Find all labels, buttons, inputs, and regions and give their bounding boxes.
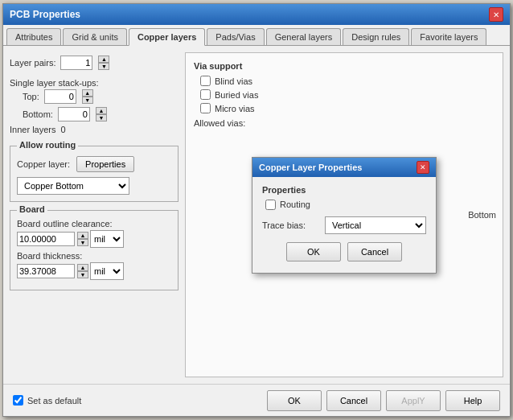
inner-value: 0 (60, 125, 65, 134)
layer-pairs-down[interactable]: ▼ (98, 63, 109, 70)
modal-close-button[interactable]: ✕ (417, 161, 429, 174)
board-outline-up[interactable]: ▲ (77, 232, 88, 239)
single-stack-section: Single layer stack-ups: Top: ▲ ▼ Bottom: (10, 78, 179, 138)
bottom-row: Bottom: ▲ ▼ (23, 107, 179, 121)
modal-cancel-button[interactable]: Cancel (347, 242, 402, 261)
board-outline-unit[interactable]: mil mm (90, 230, 124, 248)
set-default-row: Set as default (13, 395, 262, 406)
modal-title-bar: Copper Layer Properties ✕ (252, 158, 436, 177)
layer-pairs-up[interactable]: ▲ (98, 56, 109, 63)
modal-ok-button[interactable]: OK (286, 242, 341, 261)
board-thickness-up[interactable]: ▲ (77, 264, 88, 271)
right-panel: Via support Blind vias Buried vias Micro… (185, 52, 503, 377)
ok-button[interactable]: OK (267, 390, 322, 411)
window-title: PCB Properties (10, 9, 80, 20)
trace-bias-label: Trace bias: (262, 220, 318, 230)
top-up[interactable]: ▲ (82, 89, 93, 97)
bottom-down[interactable]: ▼ (96, 114, 107, 121)
modal-content: Properties Routing Trace bias: Vertical … (252, 177, 436, 273)
copper-layer-row: Copper layer: Properties (17, 156, 171, 172)
inner-layers-row: Inner layers 0 (10, 125, 179, 134)
bottom-spinner: ▲ ▼ (96, 107, 107, 121)
top-spinner: ▲ ▼ (82, 89, 93, 104)
board-outline-row: ▲ ▼ mil mm (17, 230, 171, 248)
board-thickness-spinner: ▲ ▼ (77, 264, 88, 278)
layer-pairs-spinner: ▲ ▼ (98, 56, 109, 70)
board-outline-down[interactable]: ▼ (77, 239, 88, 246)
board-outline-label: Board outline clearance: (17, 219, 171, 229)
left-panel: Layer pairs: ▲ ▼ Single layer stack-ups:… (10, 52, 179, 377)
top-label: Top: (23, 92, 39, 101)
routing-row: Routing (262, 200, 426, 210)
modal-section-label: Properties (262, 185, 426, 195)
top-input[interactable] (44, 89, 76, 104)
bottom-input[interactable] (58, 107, 90, 121)
set-as-default-checkbox[interactable] (13, 395, 23, 406)
board-label: Board (17, 204, 47, 214)
layer-pairs-row: Layer pairs: ▲ ▼ (10, 56, 179, 70)
inner-label: Inner layers (10, 125, 55, 134)
content-area: Layer pairs: ▲ ▼ Single layer stack-ups:… (3, 46, 510, 384)
title-bar: PCB Properties ✕ (3, 4, 510, 25)
apply-button[interactable]: ApplY (386, 390, 441, 411)
modal-title: Copper Layer Properties (259, 163, 362, 172)
bottom-label: Bottom: (23, 109, 53, 119)
board-thickness-input[interactable] (17, 264, 75, 278)
bottom-up[interactable]: ▲ (96, 107, 107, 114)
allow-routing-group: Allow routing Copper layer: Properties C… (10, 146, 179, 202)
bottom-bar: Set as default OK Cancel ApplY Help (3, 384, 510, 416)
top-row: Top: ▲ ▼ (23, 89, 179, 104)
layer-pairs-label: Layer pairs: (10, 58, 55, 68)
board-thickness-unit[interactable]: mil mm (90, 262, 124, 280)
copper-layer-label: Copper layer: (17, 159, 70, 169)
board-thickness-row: ▲ ▼ mil mm (17, 262, 171, 280)
single-stack-label: Single layer stack-ups: (10, 78, 179, 88)
tab-design-rules[interactable]: Design rules (343, 28, 409, 45)
properties-button[interactable]: Properties (76, 156, 134, 172)
routing-label: Routing (280, 200, 310, 209)
copper-layer-dropdown[interactable]: Copper Bottom Copper Top (17, 177, 129, 195)
tab-bar: Attributes Grid & units Copper layers Pa… (3, 25, 510, 46)
modal-buttons: OK Cancel (262, 242, 426, 265)
tab-attributes[interactable]: Attributes (6, 28, 61, 45)
layer-pairs-input[interactable] (60, 56, 92, 70)
help-button[interactable]: Help (445, 390, 500, 411)
modal-overlay: Copper Layer Properties ✕ Properties Rou… (186, 53, 503, 377)
tab-general-layers[interactable]: General layers (266, 28, 342, 45)
trace-bias-row: Trace bias: Vertical Horizontal None (262, 216, 426, 234)
board-thickness-down[interactable]: ▼ (77, 271, 88, 278)
top-down[interactable]: ▼ (82, 97, 93, 104)
routing-checkbox[interactable] (265, 200, 276, 210)
board-group: Board Board outline clearance: ▲ ▼ mil m… (10, 210, 179, 290)
allow-routing-label: Allow routing (17, 140, 78, 150)
window-close-button[interactable]: ✕ (489, 7, 503, 22)
board-outline-spinner: ▲ ▼ (77, 232, 88, 246)
cancel-button[interactable]: Cancel (326, 390, 381, 411)
set-as-default-label: Set as default (27, 396, 81, 406)
copper-layer-properties-dialog: Copper Layer Properties ✕ Properties Rou… (252, 157, 437, 274)
trace-bias-dropdown[interactable]: Vertical Horizontal None (325, 216, 426, 234)
tab-pads-vias[interactable]: Pads/Vias (207, 28, 264, 45)
tab-favorite-layers[interactable]: Favorite layers (411, 28, 486, 45)
main-window: PCB Properties ✕ Attributes Grid & units… (2, 3, 511, 417)
board-outline-input[interactable] (17, 232, 75, 246)
single-stack-indent: Top: ▲ ▼ Bottom: ▲ ▼ (10, 89, 179, 121)
tab-copper-layers[interactable]: Copper layers (129, 28, 205, 46)
board-thickness-label: Board thickness: (17, 251, 171, 261)
tab-grid-units[interactable]: Grid & units (63, 28, 126, 45)
